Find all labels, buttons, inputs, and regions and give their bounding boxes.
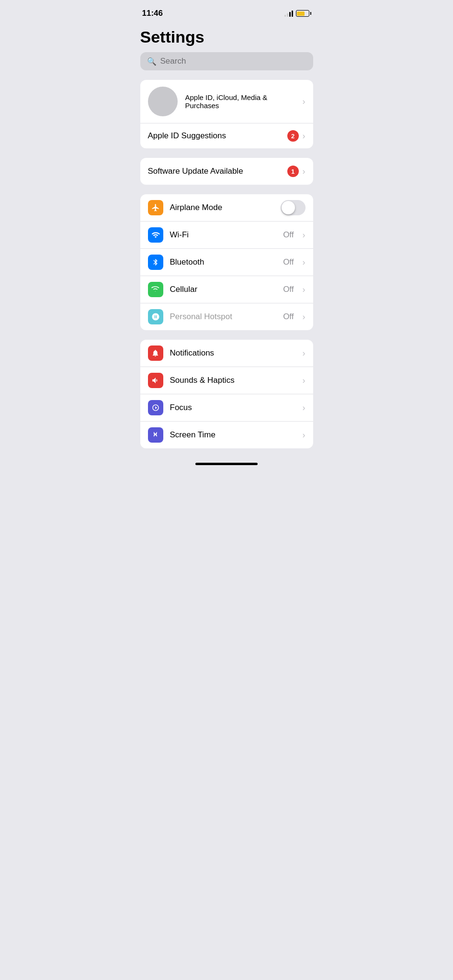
page-title: Settings bbox=[140, 24, 313, 52]
wifi-chevron-icon: › bbox=[303, 230, 306, 240]
search-input[interactable]: Search bbox=[160, 56, 186, 66]
main-content: Settings 🔍 Search Apple ID, iCloud, Medi… bbox=[133, 24, 321, 448]
hotspot-value: Off bbox=[283, 312, 294, 322]
status-bar: 11:46 bbox=[133, 0, 321, 24]
wifi-value: Off bbox=[283, 230, 294, 240]
bluetooth-label: Bluetooth bbox=[170, 257, 277, 267]
software-update-card[interactable]: Software Update Available 1 › bbox=[140, 158, 313, 185]
focus-icon bbox=[148, 400, 163, 415]
bluetooth-chevron-icon: › bbox=[303, 257, 306, 267]
signal-icon bbox=[284, 10, 293, 17]
sounds-label: Sounds & Haptics bbox=[170, 376, 296, 385]
screentime-icon bbox=[148, 427, 163, 443]
focus-chevron-icon: › bbox=[303, 403, 306, 413]
cellular-row[interactable]: Cellular Off › bbox=[140, 276, 313, 303]
airplane-mode-row[interactable]: Airplane Mode bbox=[140, 194, 313, 222]
cellular-icon bbox=[148, 282, 163, 297]
bluetooth-icon bbox=[148, 255, 163, 270]
apple-id-card: Apple ID, iCloud, Media & Purchases › Ap… bbox=[140, 80, 313, 148]
update-badge: 1 bbox=[287, 166, 299, 177]
notifications-chevron-icon: › bbox=[303, 348, 306, 358]
sounds-icon bbox=[148, 373, 163, 388]
screentime-label: Screen Time bbox=[170, 430, 296, 440]
notifications-icon bbox=[148, 345, 163, 361]
battery-icon bbox=[296, 10, 311, 17]
hotspot-chevron-icon: › bbox=[303, 312, 306, 322]
cellular-label: Cellular bbox=[170, 285, 277, 294]
cellular-value: Off bbox=[283, 285, 294, 294]
search-bar[interactable]: 🔍 Search bbox=[140, 52, 313, 70]
connectivity-card: Airplane Mode Wi-Fi Off › Bluetooth bbox=[140, 194, 313, 330]
wifi-row[interactable]: Wi-Fi Off › bbox=[140, 222, 313, 249]
search-icon: 🔍 bbox=[147, 57, 157, 66]
profile-chevron-icon: › bbox=[303, 97, 306, 107]
focus-label: Focus bbox=[170, 403, 296, 412]
status-time: 11:46 bbox=[142, 9, 163, 18]
focus-row[interactable]: Focus › bbox=[140, 394, 313, 422]
suggestions-badge: 2 bbox=[287, 130, 299, 142]
suggestions-chevron-icon: › bbox=[303, 131, 306, 141]
wifi-label: Wi-Fi bbox=[170, 230, 277, 240]
apple-id-subtitle: Apple ID, iCloud, Media & Purchases bbox=[185, 93, 295, 110]
hotspot-icon bbox=[148, 309, 163, 324]
cellular-chevron-icon: › bbox=[303, 285, 306, 295]
bottom-bar bbox=[133, 458, 321, 470]
screentime-row[interactable]: Screen Time › bbox=[140, 422, 313, 448]
update-chevron-icon: › bbox=[303, 167, 306, 177]
software-update-label: Software Update Available bbox=[148, 167, 287, 176]
profile-row[interactable]: Apple ID, iCloud, Media & Purchases › bbox=[140, 80, 313, 123]
bluetooth-value: Off bbox=[283, 257, 294, 267]
notifications-label: Notifications bbox=[170, 348, 296, 358]
sounds-chevron-icon: › bbox=[303, 376, 306, 386]
hotspot-row[interactable]: Personal Hotspot Off › bbox=[140, 303, 313, 330]
wifi-icon bbox=[148, 227, 163, 243]
bluetooth-row[interactable]: Bluetooth Off › bbox=[140, 249, 313, 276]
sounds-row[interactable]: Sounds & Haptics › bbox=[140, 367, 313, 394]
airplane-mode-toggle[interactable] bbox=[281, 200, 306, 215]
avatar bbox=[148, 87, 178, 116]
airplane-mode-icon bbox=[148, 200, 163, 215]
profile-info: Apple ID, iCloud, Media & Purchases bbox=[185, 93, 295, 110]
system-settings-card: Notifications › Sounds & Haptics › Focus… bbox=[140, 340, 313, 448]
software-update-row[interactable]: Software Update Available 1 › bbox=[140, 158, 313, 185]
status-icons bbox=[284, 10, 311, 17]
apple-id-suggestions-row[interactable]: Apple ID Suggestions 2 › bbox=[140, 123, 313, 148]
screentime-chevron-icon: › bbox=[303, 430, 306, 440]
airplane-mode-label: Airplane Mode bbox=[170, 203, 274, 212]
hotspot-label: Personal Hotspot bbox=[170, 312, 277, 322]
suggestions-label: Apple ID Suggestions bbox=[148, 131, 287, 141]
notifications-row[interactable]: Notifications › bbox=[140, 340, 313, 367]
home-indicator bbox=[195, 463, 258, 465]
